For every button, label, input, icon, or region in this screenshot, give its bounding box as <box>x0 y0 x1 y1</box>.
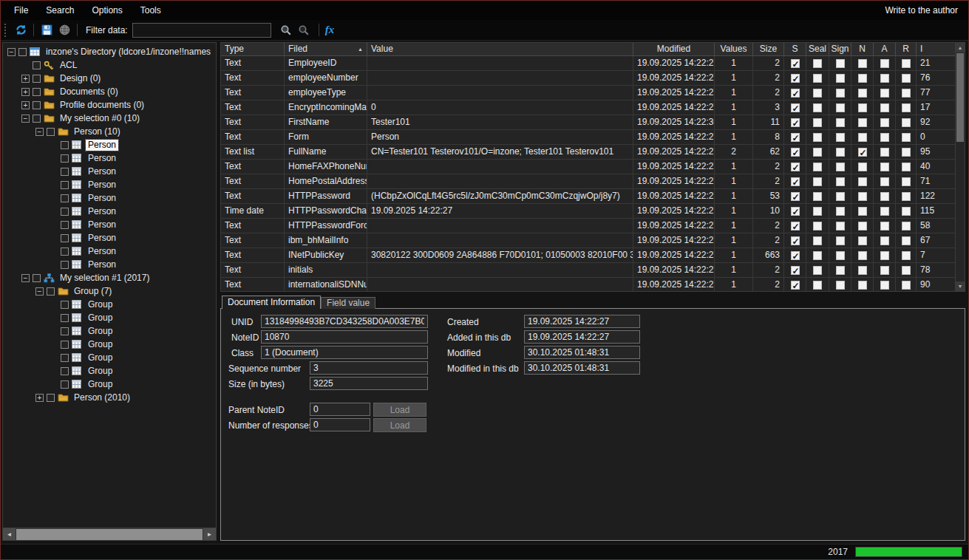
tree-item-label[interactable]: Person <box>86 180 118 191</box>
tree-item-label[interactable]: Group (7) <box>72 286 114 297</box>
load-responses-button[interactable]: Load <box>373 418 426 432</box>
tree-item-label[interactable]: Person (10) <box>72 126 123 137</box>
a-checkbox[interactable] <box>880 207 889 216</box>
tree-item-label[interactable]: Group <box>86 366 115 377</box>
sign-checkbox[interactable] <box>836 89 845 98</box>
tree-item[interactable]: Person <box>3 138 216 151</box>
r-checkbox[interactable] <box>902 207 911 216</box>
tree-item-label[interactable]: Person <box>86 166 118 177</box>
seal-checkbox[interactable] <box>813 89 822 98</box>
collapse-icon[interactable]: − <box>35 287 44 296</box>
scrollbar-thumb[interactable] <box>956 53 964 142</box>
n-checkbox[interactable] <box>858 74 867 83</box>
table-row[interactable]: Text listFullNameCN=Tester101 Testerov10… <box>221 145 955 160</box>
tree-item-checkbox[interactable] <box>61 327 69 335</box>
column-header-s[interactable]: S <box>784 43 806 56</box>
n-checkbox[interactable] <box>858 118 867 127</box>
a-checkbox[interactable] <box>880 236 889 245</box>
noteid-field[interactable] <box>261 330 428 344</box>
table-row[interactable]: TextFirstNameTester10119.09.2025 14:22:3… <box>221 115 955 130</box>
tree-item[interactable]: Group <box>3 324 216 338</box>
column-header-n[interactable]: N <box>851 43 874 56</box>
n-checkbox[interactable] <box>858 133 867 142</box>
s-checkbox[interactable] <box>791 59 800 68</box>
table-row[interactable]: Time dateHTTPPasswordChan...19.09.2025 1… <box>221 204 955 219</box>
tree-item[interactable]: +Profile documents (0) <box>3 98 216 112</box>
seal-checkbox[interactable] <box>813 236 822 245</box>
seal-checkbox[interactable] <box>813 266 822 275</box>
a-checkbox[interactable] <box>880 133 889 142</box>
tree-item[interactable]: −Group (7) <box>3 284 216 298</box>
tree-item-checkbox[interactable] <box>61 261 69 269</box>
grid-vertical-scrollbar[interactable]: ▲ ▼ <box>955 43 965 291</box>
sign-checkbox[interactable] <box>836 251 845 260</box>
a-checkbox[interactable] <box>880 148 889 157</box>
tree-item[interactable]: −Person (10) <box>3 125 216 138</box>
toolbar-grip[interactable] <box>4 24 8 37</box>
seal-checkbox[interactable] <box>813 163 822 171</box>
tree-item-label[interactable]: Person <box>86 193 118 204</box>
seal-checkbox[interactable] <box>813 222 822 231</box>
tree-item-checkbox[interactable] <box>61 367 69 375</box>
table-row[interactable]: TextinternationaliSDNNu...19.09.2025 14:… <box>221 278 955 291</box>
r-checkbox[interactable] <box>902 133 911 142</box>
tree-item[interactable]: Group <box>3 364 216 378</box>
a-checkbox[interactable] <box>880 266 889 275</box>
sign-checkbox[interactable] <box>836 103 845 112</box>
tree-item-checkbox[interactable] <box>61 341 69 349</box>
tree-item[interactable]: Person <box>3 151 216 165</box>
r-checkbox[interactable] <box>902 89 911 98</box>
expand-icon[interactable]: + <box>35 394 44 402</box>
modified-in-db-field[interactable] <box>524 361 640 375</box>
table-row[interactable]: TextemployeeType19.09.2025 14:22:271277 <box>221 86 955 100</box>
table-row[interactable]: TextHTTPPassword(HCbpZxOlCqLft4G5rc5l/zJ… <box>221 189 955 204</box>
s-checkbox[interactable] <box>791 281 800 290</box>
column-header-a[interactable]: A <box>874 43 896 56</box>
a-checkbox[interactable] <box>880 192 889 201</box>
tree-item[interactable]: +Person (2010) <box>3 391 216 404</box>
tree-item-checkbox[interactable] <box>18 48 27 56</box>
tree-item[interactable]: Group <box>3 378 216 391</box>
tree-item[interactable]: Person <box>3 258 216 271</box>
s-checkbox[interactable] <box>791 266 800 275</box>
tree-item-checkbox[interactable] <box>61 208 69 216</box>
parent-noteid-field[interactable] <box>310 403 370 416</box>
sequence-number-field[interactable] <box>310 361 428 375</box>
tree-item[interactable]: −My selection #0 (10) <box>3 112 216 125</box>
expand-icon[interactable]: + <box>21 88 30 96</box>
tree-item-label[interactable]: My selection #1 (2017) <box>58 273 152 284</box>
n-checkbox[interactable] <box>858 89 867 98</box>
s-checkbox[interactable] <box>791 118 800 127</box>
tree-item[interactable]: Group <box>3 338 216 351</box>
r-checkbox[interactable] <box>902 266 911 275</box>
tree-item[interactable]: +Documents (0) <box>3 85 216 98</box>
tree-item-label[interactable]: Group <box>86 379 115 390</box>
table-row[interactable]: TextHomeFAXPhoneNum...19.09.2025 14:22:2… <box>221 160 955 174</box>
tree-item-label[interactable]: Documents (0) <box>58 86 120 98</box>
sign-checkbox[interactable] <box>836 222 845 231</box>
tree-item-checkbox[interactable] <box>61 154 69 163</box>
a-checkbox[interactable] <box>880 251 889 260</box>
s-checkbox[interactable] <box>791 207 800 216</box>
table-row[interactable]: Textibm_bhMailInfo19.09.2025 14:22:27126… <box>221 233 955 248</box>
tree-item[interactable]: Person <box>3 231 216 245</box>
n-checkbox[interactable] <box>858 103 867 112</box>
tree-item-label[interactable]: Group <box>86 352 115 363</box>
created-field[interactable] <box>524 315 640 328</box>
a-checkbox[interactable] <box>880 74 889 83</box>
s-checkbox[interactable] <box>791 251 800 260</box>
collapse-icon[interactable]: − <box>21 115 30 123</box>
tree-item[interactable]: Person <box>3 191 216 205</box>
r-checkbox[interactable] <box>902 118 911 127</box>
tab-field-value[interactable]: Field value <box>321 297 375 309</box>
tree-item[interactable]: Group <box>3 298 216 311</box>
r-checkbox[interactable] <box>902 59 911 68</box>
globe-icon[interactable] <box>55 22 73 38</box>
s-checkbox[interactable] <box>791 163 800 171</box>
a-checkbox[interactable] <box>880 89 889 98</box>
seal-checkbox[interactable] <box>813 192 822 201</box>
r-checkbox[interactable] <box>902 148 911 157</box>
table-row[interactable]: TextEmployeeID19.09.2025 14:22:271221 <box>221 56 955 71</box>
tree-item-checkbox[interactable] <box>61 354 69 362</box>
formula-fx-icon[interactable]: fx <box>325 24 335 36</box>
